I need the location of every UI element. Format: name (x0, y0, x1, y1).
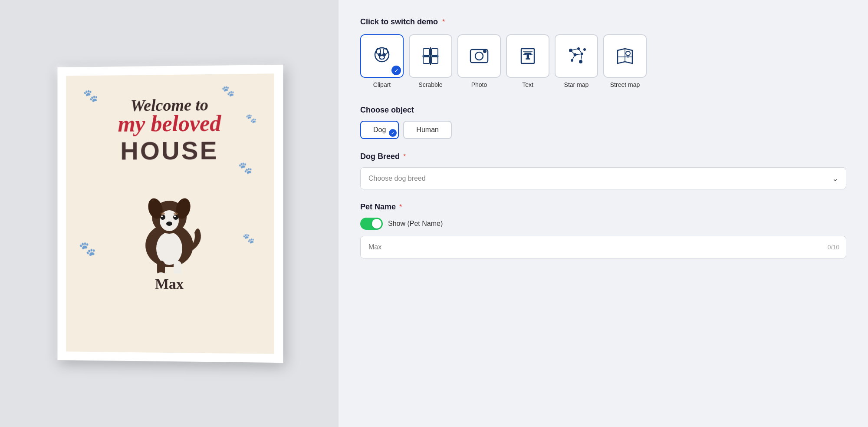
poster-frame: 🐾 🐾 🐾 🐾 🐾 🐾 Welcome to my beloved HOUSE (57, 64, 283, 362)
dog-breed-select[interactable]: Choose dog breed Labrador Golden Retriev… (360, 167, 846, 189)
paw-icon-2: 🐾 (221, 85, 234, 97)
controls-panel: Click to switch demo * (339, 0, 868, 427)
demo-label-clipart: Clipart (373, 81, 391, 88)
paw-icon-5: 🐾 (238, 161, 252, 175)
paw-icon-4: 🐾 (79, 240, 96, 257)
demo-label-photo: Photo (471, 81, 487, 88)
toggle-label: Show (Pet Name) (388, 220, 443, 228)
dog-check-icon: ✓ (389, 129, 397, 137)
svg-point-46 (584, 49, 585, 50)
demo-label-star-map: Star map (564, 81, 589, 88)
dog-breed-label: Dog Breed (360, 152, 400, 161)
choose-object-label: Choose object (360, 106, 414, 114)
svg-line-51 (572, 55, 575, 60)
poster-line3: HOUSE (120, 136, 218, 165)
pet-name-counter: 0/10 (828, 244, 839, 251)
poster-pet-name: Max (155, 275, 184, 292)
paw-icon-1: 🐾 (83, 88, 99, 103)
dog-breed-section: Dog Breed * Choose dog breed Labrador Go… (360, 152, 846, 189)
demo-option-street-map[interactable]: Street map (603, 34, 647, 88)
svg-rect-30 (431, 57, 438, 63)
pet-name-toggle[interactable] (360, 218, 383, 230)
demo-icon-photo[interactable] (457, 34, 501, 78)
preview-panel: 🐾 🐾 🐾 🐾 🐾 🐾 Welcome to my beloved HOUSE (0, 0, 339, 427)
object-buttons: Dog ✓ Human (360, 121, 846, 139)
demo-option-scrabble[interactable]: Scrabble (409, 34, 452, 88)
demo-switcher: ✓ Clipart Scrabble (360, 34, 846, 88)
demo-option-photo[interactable]: Photo (457, 34, 501, 88)
svg-line-48 (579, 49, 582, 54)
demo-option-clipart[interactable]: ✓ Clipart (360, 34, 404, 88)
toggle-row: Show (Pet Name) (360, 218, 846, 230)
demo-icon-scrabble[interactable] (409, 34, 452, 78)
choose-object-section: Choose object Dog ✓ Human (360, 106, 846, 139)
demo-option-text[interactable]: T Text (506, 34, 549, 88)
pet-name-input-wrapper: 0/10 (360, 236, 846, 258)
svg-line-50 (571, 50, 575, 55)
demo-icon-clipart[interactable]: ✓ (360, 34, 404, 78)
poster-line2: my beloved (118, 112, 221, 135)
pet-name-input[interactable] (360, 236, 846, 258)
poster-inner: 🐾 🐾 🐾 🐾 🐾 🐾 Welcome to my beloved HOUSE (66, 73, 274, 354)
clipart-check: ✓ (391, 66, 401, 75)
dog-breed-required: * (403, 153, 406, 161)
svg-rect-13 (174, 260, 181, 273)
svg-rect-28 (431, 49, 438, 55)
demo-switcher-section: Click to switch demo * (360, 17, 846, 88)
pet-name-required: * (399, 203, 402, 211)
demo-icon-text[interactable]: T (506, 34, 549, 78)
svg-point-55 (626, 51, 630, 56)
svg-rect-29 (423, 57, 430, 63)
demo-label-text: Text (522, 81, 533, 88)
svg-point-35 (483, 50, 486, 53)
paw-icon-3: 🐾 (246, 113, 256, 123)
demo-icon-street-map[interactable] (603, 34, 647, 78)
demo-icon-star-map[interactable] (555, 34, 598, 78)
svg-point-34 (475, 52, 483, 60)
dog-breed-select-wrapper: Choose dog breed Labrador Golden Retriev… (360, 167, 846, 189)
dog-illustration (122, 169, 217, 274)
pet-name-section: Pet Name * Show (Pet Name) 0/10 (360, 202, 846, 258)
paw-icon-6: 🐾 (243, 233, 254, 244)
demo-label-scrabble: Scrabble (418, 81, 442, 88)
pet-name-label: Pet Name (360, 202, 396, 212)
svg-rect-27 (423, 49, 430, 55)
demo-switch-required: * (442, 18, 445, 26)
object-btn-human[interactable]: Human (403, 121, 452, 139)
demo-label-street-map: Street map (610, 81, 640, 88)
demo-switch-label: Click to switch demo (360, 17, 438, 26)
toggle-knob (372, 219, 381, 228)
svg-point-23 (379, 56, 385, 59)
svg-rect-12 (157, 260, 165, 274)
demo-option-star-map[interactable]: Star map (555, 34, 598, 88)
object-btn-dog[interactable]: Dog ✓ (360, 121, 399, 139)
